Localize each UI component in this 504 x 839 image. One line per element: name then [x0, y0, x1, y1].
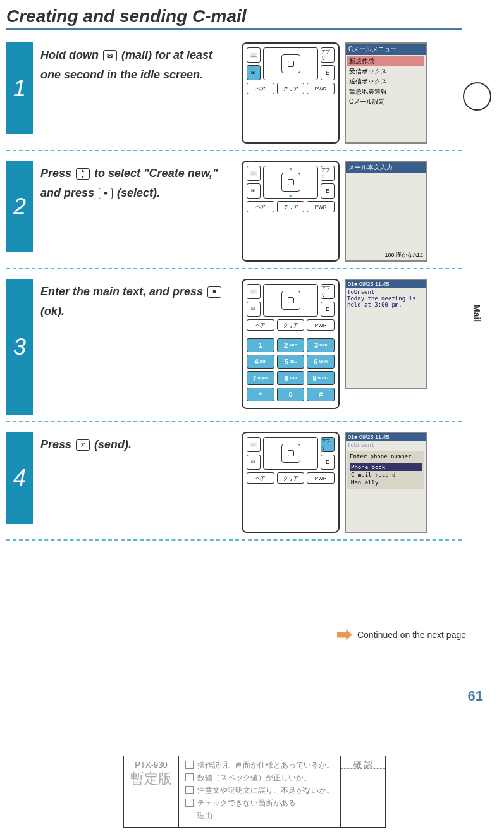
clear-key: クリア — [277, 472, 305, 484]
select-icon — [99, 188, 113, 199]
call-key: ペア — [247, 201, 274, 212]
text-fragment: Hold down — [40, 49, 102, 61]
text-fragment: Press — [40, 167, 75, 180]
softkey-mail-icon: ✉ — [247, 302, 261, 317]
mail-icon — [103, 50, 117, 61]
softkey-e-icon: E — [321, 65, 335, 80]
popup-option: Phone book — [350, 463, 422, 471]
clear-key: クリア — [277, 83, 305, 94]
model-label: PTX-930 — [130, 760, 172, 769]
clear-key: クリア — [277, 201, 305, 212]
step-divider — [6, 539, 462, 541]
dpad — [263, 47, 318, 80]
step-2: 2 Press to select "Create new," and pres… — [6, 161, 491, 262]
dpad — [263, 284, 318, 317]
text-fragment: (send). — [91, 438, 132, 451]
pwr-key: PWR — [307, 83, 335, 94]
keypad-illustration: 📖 ✉ アプリ E ペア クリア PWR — [242, 42, 340, 144]
step-3-text: Enter the main text, and press (ok). — [40, 282, 235, 321]
screen-header: Cメールメニュー — [346, 44, 426, 55]
step-divider — [6, 421, 462, 422]
screen-preview-2: メール本文入力 100 漢かなA12 — [345, 161, 427, 262]
softkey-e-icon: E — [321, 183, 335, 199]
key-4: 4GHI — [247, 355, 274, 369]
softkey-mail-icon: ✉ — [247, 183, 261, 199]
checklist-item: 数値（スペック値）が正しいか。 — [197, 773, 311, 783]
screen-preview-1: Cメールメニュー 新規作成 受信ボックス 送信ボックス 緊急地震速報 Cメール設… — [345, 42, 427, 144]
step-divider — [6, 150, 462, 151]
softkey-app-icon: アプリ — [321, 47, 335, 63]
menu-item: 受信ボックス — [347, 66, 424, 77]
app-icon — [76, 439, 90, 451]
checkbox-icon — [185, 773, 194, 781]
menu-item: 緊急地震速報 — [347, 87, 424, 97]
checklist-item: 注意文や説明文に誤り、不足がないか。 — [197, 785, 334, 796]
popup-option: C-mail record — [350, 471, 422, 479]
screen-status-line: 01■ 09/25 11:45 — [346, 280, 426, 288]
call-key: ペア — [247, 472, 274, 484]
keypad-with-numpad: 📖 ✉ アプリ E ペア クリア PWR — [242, 279, 340, 409]
arrow-right-icon — [337, 629, 352, 640]
softkey-app-icon: アプリ — [321, 284, 335, 299]
key-0: 0 — [277, 388, 305, 401]
softkey-book-icon: 📖 — [247, 166, 261, 181]
step-4-text: Press (send). — [40, 435, 235, 455]
text-fragment: (select). — [114, 187, 160, 199]
screen-to-line: ToUnsent — [347, 442, 424, 448]
reason-label: 理由: — [197, 811, 334, 821]
text-fragment: Enter the main text, and press — [40, 285, 206, 298]
step-1: 1 Hold down (mail) for at least one seco… — [6, 42, 491, 144]
screen-header: メール本文入力 — [346, 162, 426, 173]
softkey-mail-icon: ✉ — [247, 65, 261, 80]
key-7: 7PQRS — [247, 371, 274, 385]
key-star: * — [247, 388, 274, 401]
menu-item: 新規作成 — [347, 56, 424, 66]
softkey-app-icon: アプリ — [321, 166, 335, 181]
softkey-book-icon: 📖 — [247, 47, 261, 63]
continued-text: Continued on the next page — [357, 630, 466, 640]
ok-icon — [207, 286, 221, 298]
menu-item: Cメール設定 — [347, 97, 424, 107]
checkbox-icon — [185, 761, 194, 769]
softkey-mail-icon: ✉ — [247, 455, 261, 470]
menu-item: 送信ボックス — [347, 77, 424, 87]
screen-footer: 100 漢かなA12 — [384, 251, 423, 259]
step-4: 4 Press (send). 📖 ✉ アプリ E — [6, 432, 491, 533]
updown-icon — [76, 168, 90, 180]
popup-overlay: Enter phone number Phone book C-mail rec… — [347, 451, 424, 489]
screen-preview-3: 01■ 09/25 11:45 ToUnsent Today the meeti… — [345, 279, 427, 389]
step-2-text: Press to select "Create new," and press … — [40, 164, 235, 202]
dpad-updown-highlight — [263, 166, 318, 199]
softkey-e-icon: E — [321, 455, 335, 470]
page-number: 61 — [468, 688, 483, 704]
step-number-3: 3 — [6, 279, 33, 415]
softkey-e-icon: E — [321, 302, 335, 317]
pwr-key: PWR — [307, 319, 335, 331]
step-3: 3 Enter the main text, and press (ok). 📖… — [6, 279, 491, 415]
pwr-key: PWR — [307, 201, 335, 212]
screen-to-line: ToUnsent — [347, 289, 424, 295]
softkey-app-icon-highlight: アプリ — [321, 437, 335, 452]
key-2: 2ABC — [277, 338, 305, 352]
step-divider — [6, 268, 462, 269]
keypad-illustration: 📖 ✉ アプリ E ペア クリア PWR — [242, 432, 340, 533]
provisional-label: 暫定版 — [130, 769, 172, 788]
softkey-book-icon: 📖 — [247, 437, 261, 452]
confirm-header: 確 認 — [341, 756, 385, 769]
key-6: 6MNO — [307, 355, 335, 369]
key-hash: # — [307, 388, 335, 401]
step-number-4: 4 — [6, 432, 33, 524]
call-key: ペア — [247, 319, 274, 331]
text-fragment: Press — [40, 438, 75, 451]
key-5: 5JKL — [277, 355, 305, 369]
key-3: 3DEF — [307, 338, 335, 352]
call-key: ペア — [247, 83, 274, 94]
key-8: 8TUV — [277, 371, 305, 385]
pwr-key: PWR — [307, 472, 335, 484]
checkbox-icon — [185, 786, 194, 794]
continued-indicator: Continued on the next page — [6, 629, 466, 640]
popup-option: Manually — [350, 479, 422, 486]
softkey-book-icon: 📖 — [247, 284, 261, 299]
dpad — [263, 437, 318, 470]
checklist-item: チェックできない箇所がある — [197, 798, 296, 809]
